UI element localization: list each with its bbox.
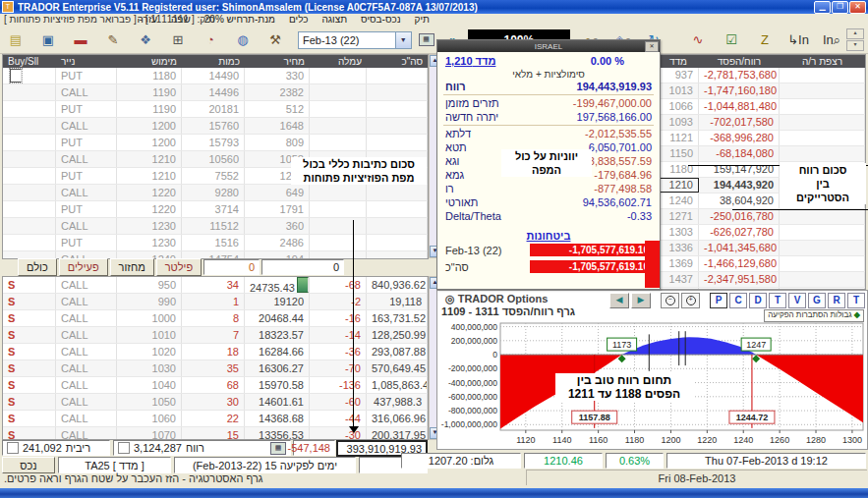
interest-checkbox[interactable]	[7, 442, 19, 454]
table-row[interactable]: SCALL10303516306.27-70570,649.45	[3, 360, 428, 377]
expiry-dropdown[interactable]: Feb-13 (22) ▼	[298, 31, 412, 49]
zoom-in-icon[interactable]: +	[681, 293, 700, 308]
asset-button[interactable]: נכס	[2, 457, 55, 473]
search-in-button[interactable]: In⌕	[820, 29, 843, 51]
task-check-button[interactable]: ☑	[720, 29, 743, 51]
chart-tab-T[interactable]: T	[847, 293, 865, 308]
filter-value-2[interactable]: 0	[261, 259, 344, 275]
payment-button[interactable]: ◔	[199, 29, 222, 51]
pan-right-icon[interactable]: ▶	[631, 293, 651, 308]
pl-cell: 38,604,920	[699, 194, 780, 208]
table-row[interactable]: 1271-250,016,780	[658, 209, 865, 225]
table-row[interactable]: 1066-1,044,881,480	[658, 99, 865, 115]
calendar-z-button[interactable]: Z	[753, 29, 777, 51]
spin-up-icon[interactable]: ▴	[846, 28, 864, 39]
chart-tab-P[interactable]: P	[710, 293, 727, 308]
table-row[interactable]: 937-2,781,753,680	[658, 68, 865, 83]
globe-button[interactable]: ◍	[231, 29, 255, 51]
printer-button[interactable]: ❖	[134, 29, 157, 51]
eraser-button[interactable]: ▬	[69, 29, 92, 51]
svg-text:-600,000,000: -600,000,000	[448, 392, 497, 402]
table-row[interactable]: SCALL10201816284.66-36293,087.88	[3, 344, 428, 360]
menu-item-תצוגה[interactable]: תצוגה	[322, 14, 348, 25]
menu-item-נכס-בסיס[interactable]: נכס-בסיס	[361, 14, 401, 25]
next-date-field: Fri 08-Feb-2013	[526, 470, 867, 485]
filter-volume-button[interactable]: מחזור	[110, 258, 154, 276]
minimize-button[interactable]: ▁	[814, 1, 831, 14]
table-row[interactable]: SCALL10701513356.53-30200,317.95	[3, 427, 428, 440]
chevron-down-icon[interactable]: ▼	[395, 32, 411, 48]
pencil-button[interactable]: ✎	[101, 29, 125, 51]
maximize-button[interactable]: ❐	[832, 1, 848, 14]
table-row[interactable]: PUT120015793809	[3, 135, 428, 151]
pan-left-icon[interactable]: ◀	[609, 293, 629, 308]
login-button[interactable]: ↳In	[786, 29, 810, 51]
popup-index-link[interactable]: מדד 1,210	[445, 55, 495, 67]
table-row[interactable]: PUT118014490330	[3, 68, 428, 84]
zoom-out-icon[interactable]: −	[661, 293, 679, 308]
calculator-button[interactable]: ⊞	[166, 29, 190, 51]
chart-tab-D[interactable]: D	[749, 293, 767, 308]
table-row[interactable]: 1121-368,996,280	[658, 131, 865, 146]
cell: 15	[182, 427, 245, 440]
calculator-icon[interactable]: ▦	[270, 442, 286, 455]
table-row[interactable]: 1093-702,017,580	[658, 115, 865, 131]
close-button[interactable]: ✕	[849, 1, 866, 14]
menu-item-כלים[interactable]: כלים	[289, 14, 309, 25]
table-row[interactable]: 1303-626,027,780	[658, 225, 865, 241]
table-row[interactable]: SCALL10406815970.58-1361,085,863.44	[3, 377, 428, 394]
cell: 14601.61	[245, 394, 310, 410]
focused-cell[interactable]	[10, 69, 22, 83]
table-row[interactable]: CALL1200157601648	[3, 118, 428, 135]
chart-tab-T[interactable]: T	[769, 293, 786, 308]
table-row[interactable]: PUT119020181512	[3, 101, 428, 118]
toolbar-spinner[interactable]: ▴ ▾	[846, 28, 864, 51]
pl-cell: -250,016,780	[699, 209, 780, 224]
printer-icon: ❖	[140, 32, 151, 47]
filter-all-button[interactable]: כולם	[18, 258, 57, 276]
table-row[interactable]: 1437-2,347,951,580	[658, 272, 865, 288]
table-row[interactable]: SCALL1000820468.44-16163,731.52	[3, 310, 428, 327]
interest-field[interactable]: 241,092 ריבית	[2, 440, 110, 456]
popup-titlebar[interactable]: ISRAEL ✕	[437, 40, 660, 52]
table-row[interactable]: SCALL10602214368.68-44316,066.96	[3, 411, 428, 427]
mini-calc-button[interactable]: ▦	[415, 29, 438, 51]
filter-filter-button[interactable]: פילטר	[156, 258, 202, 276]
tools-button[interactable]: ⚒	[263, 29, 287, 51]
table-row[interactable]: 1013-1,747,160,180	[658, 83, 865, 99]
monitor-button[interactable]: ▣	[36, 29, 60, 51]
table-row[interactable]: SCALL1010718323.57-14128,250.99	[3, 327, 428, 344]
days-to-expiry-field: ימים לפקיעה 15 (22-Feb-2013)	[174, 457, 356, 473]
notes-button[interactable]: ▤	[4, 29, 28, 51]
table-row[interactable]: CALL12209280649	[3, 185, 428, 201]
collateral-title[interactable]: ביטחונות	[527, 230, 571, 242]
table-row[interactable]: PUT123015162486	[3, 235, 428, 251]
spin-down-icon[interactable]: ▾	[846, 40, 864, 51]
table-row[interactable]: SCALL9503424735.43-68840,936.62	[3, 277, 428, 294]
table-row[interactable]: CALL1190144962382	[3, 84, 428, 101]
index-name-field[interactable]: TA25 [ מדד ]	[58, 457, 171, 473]
table-row[interactable]: SCALL990119120-219,118	[3, 294, 428, 310]
chart-tab-V[interactable]: V	[788, 293, 806, 308]
filter-active-button[interactable]: פעילים	[59, 258, 108, 276]
table-row[interactable]: 1150-68,184,080	[658, 146, 865, 162]
table-row[interactable]: PUT122037141791	[3, 201, 428, 218]
cell	[367, 101, 428, 117]
table-row[interactable]: 1336-1,041,345,680	[658, 241, 865, 256]
profit-checkbox[interactable]	[118, 442, 130, 454]
chart-tab-G[interactable]: G	[808, 293, 826, 308]
menu-item-תיק[interactable]: תיק	[415, 14, 430, 25]
implied-field: גלום: 1207.20	[401, 453, 521, 469]
table-row[interactable]: CALL123011512360	[3, 218, 428, 235]
chart-button[interactable]: ∿	[686, 29, 710, 51]
close-icon[interactable]: ✕	[645, 41, 659, 52]
chart-tab-R[interactable]: R	[828, 293, 845, 308]
cell: 8	[182, 310, 245, 326]
pl-cell: -1,747,160,180	[699, 83, 780, 98]
pl-cell: -1,044,881,480	[699, 99, 780, 114]
filter-value-1[interactable]: 0	[203, 259, 260, 275]
table-row[interactable]: SCALL10503014601.61-60437,988.3	[3, 394, 428, 411]
table-row[interactable]: 1369-1,466,129,680	[658, 256, 865, 272]
chart-tab-C[interactable]: C	[729, 293, 747, 308]
profit-field[interactable]: 3,124,287 רווח ▦	[113, 440, 291, 456]
